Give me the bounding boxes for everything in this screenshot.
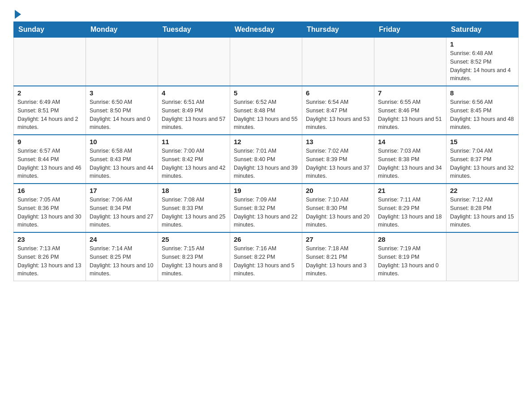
day-number: 17 (90, 187, 154, 194)
day-info: Sunrise: 7:15 AMSunset: 8:23 PMDaylight:… (162, 244, 226, 278)
day-info: Sunrise: 7:06 AMSunset: 8:34 PMDaylight:… (90, 196, 154, 229)
calendar-day-header: Friday (374, 22, 446, 38)
page-header (13, 9, 519, 17)
calendar-cell: 16Sunrise: 7:05 AMSunset: 8:36 PMDayligh… (14, 184, 86, 232)
day-info: Sunrise: 6:58 AMSunset: 8:43 PMDaylight:… (90, 147, 154, 180)
calendar-cell (446, 232, 519, 281)
calendar-cell (230, 38, 302, 86)
day-number: 4 (162, 89, 226, 97)
calendar-cell: 4Sunrise: 6:51 AMSunset: 8:49 PMDaylight… (158, 86, 230, 135)
calendar-cell: 17Sunrise: 7:06 AMSunset: 8:34 PMDayligh… (86, 184, 158, 232)
day-info: Sunrise: 7:00 AMSunset: 8:42 PMDaylight:… (162, 147, 226, 180)
calendar-week-row: 9Sunrise: 6:57 AMSunset: 8:44 PMDaylight… (14, 135, 519, 184)
day-info: Sunrise: 6:51 AMSunset: 8:49 PMDaylight:… (162, 98, 226, 132)
logo-arrow-icon (15, 10, 21, 19)
day-number: 25 (162, 235, 226, 243)
calendar-cell: 7Sunrise: 6:55 AMSunset: 8:46 PMDaylight… (374, 86, 446, 135)
calendar-cell: 9Sunrise: 6:57 AMSunset: 8:44 PMDaylight… (14, 135, 86, 184)
day-info: Sunrise: 6:52 AMSunset: 8:48 PMDaylight:… (234, 98, 298, 132)
day-number: 28 (378, 235, 442, 243)
day-number: 3 (90, 89, 154, 97)
calendar-cell: 27Sunrise: 7:18 AMSunset: 8:21 PMDayligh… (302, 232, 374, 281)
day-info: Sunrise: 6:56 AMSunset: 8:45 PMDaylight:… (450, 98, 515, 132)
day-info: Sunrise: 6:54 AMSunset: 8:47 PMDaylight:… (306, 98, 370, 132)
calendar-cell: 22Sunrise: 7:12 AMSunset: 8:28 PMDayligh… (446, 184, 519, 232)
day-number: 13 (306, 138, 370, 146)
calendar-cell (158, 38, 230, 86)
day-info: Sunrise: 7:10 AMSunset: 8:30 PMDaylight:… (306, 196, 370, 229)
day-number: 24 (90, 235, 154, 243)
day-info: Sunrise: 7:08 AMSunset: 8:33 PMDaylight:… (162, 196, 226, 229)
calendar-cell: 8Sunrise: 6:56 AMSunset: 8:45 PMDaylight… (446, 86, 519, 135)
calendar-cell: 26Sunrise: 7:16 AMSunset: 8:22 PMDayligh… (230, 232, 302, 281)
day-number: 1 (450, 40, 515, 48)
calendar-week-row: 2Sunrise: 6:49 AMSunset: 8:51 PMDaylight… (14, 86, 519, 135)
day-info: Sunrise: 7:04 AMSunset: 8:37 PMDaylight:… (450, 147, 515, 180)
day-info: Sunrise: 7:11 AMSunset: 8:29 PMDaylight:… (378, 196, 442, 229)
day-number: 23 (17, 235, 82, 243)
calendar-day-header: Saturday (446, 22, 519, 38)
calendar-cell: 20Sunrise: 7:10 AMSunset: 8:30 PMDayligh… (302, 184, 374, 232)
day-info: Sunrise: 6:49 AMSunset: 8:51 PMDaylight:… (17, 98, 82, 132)
calendar-cell: 12Sunrise: 7:01 AMSunset: 8:40 PMDayligh… (230, 135, 302, 184)
day-number: 7 (378, 89, 442, 97)
calendar-cell: 24Sunrise: 7:14 AMSunset: 8:25 PMDayligh… (86, 232, 158, 281)
calendar-cell: 19Sunrise: 7:09 AMSunset: 8:32 PMDayligh… (230, 184, 302, 232)
calendar-cell: 21Sunrise: 7:11 AMSunset: 8:29 PMDayligh… (374, 184, 446, 232)
calendar-cell: 2Sunrise: 6:49 AMSunset: 8:51 PMDaylight… (14, 86, 86, 135)
day-number: 14 (378, 138, 442, 146)
calendar-cell (86, 38, 158, 86)
day-info: Sunrise: 7:19 AMSunset: 8:19 PMDaylight:… (378, 244, 442, 278)
calendar-cell: 10Sunrise: 6:58 AMSunset: 8:43 PMDayligh… (86, 135, 158, 184)
calendar-cell: 6Sunrise: 6:54 AMSunset: 8:47 PMDaylight… (302, 86, 374, 135)
calendar-week-row: 16Sunrise: 7:05 AMSunset: 8:36 PMDayligh… (14, 184, 519, 232)
calendar-week-row: 23Sunrise: 7:13 AMSunset: 8:26 PMDayligh… (14, 232, 519, 281)
calendar-cell: 18Sunrise: 7:08 AMSunset: 8:33 PMDayligh… (158, 184, 230, 232)
day-info: Sunrise: 7:05 AMSunset: 8:36 PMDaylight:… (17, 196, 82, 229)
calendar-cell: 1Sunrise: 6:48 AMSunset: 8:52 PMDaylight… (446, 38, 519, 86)
day-number: 27 (306, 235, 370, 243)
day-number: 12 (234, 138, 298, 146)
calendar-cell (14, 38, 86, 86)
calendar-cell: 25Sunrise: 7:15 AMSunset: 8:23 PMDayligh… (158, 232, 230, 281)
day-info: Sunrise: 7:18 AMSunset: 8:21 PMDaylight:… (306, 244, 370, 278)
calendar-week-row: 1Sunrise: 6:48 AMSunset: 8:52 PMDaylight… (14, 38, 519, 86)
day-number: 5 (234, 89, 298, 97)
calendar-cell: 15Sunrise: 7:04 AMSunset: 8:37 PMDayligh… (446, 135, 519, 184)
calendar-day-header: Tuesday (158, 22, 230, 38)
calendar-day-header: Sunday (14, 22, 86, 38)
day-info: Sunrise: 7:13 AMSunset: 8:26 PMDaylight:… (17, 244, 82, 278)
calendar-day-header: Monday (86, 22, 158, 38)
calendar-header-row: SundayMondayTuesdayWednesdayThursdayFrid… (14, 22, 519, 38)
day-info: Sunrise: 7:14 AMSunset: 8:25 PMDaylight:… (90, 244, 154, 278)
day-info: Sunrise: 7:12 AMSunset: 8:28 PMDaylight:… (450, 196, 515, 229)
day-info: Sunrise: 7:03 AMSunset: 8:38 PMDaylight:… (378, 147, 442, 180)
calendar-cell: 28Sunrise: 7:19 AMSunset: 8:19 PMDayligh… (374, 232, 446, 281)
calendar-cell: 13Sunrise: 7:02 AMSunset: 8:39 PMDayligh… (302, 135, 374, 184)
calendar-table: SundayMondayTuesdayWednesdayThursdayFrid… (13, 21, 519, 281)
day-number: 11 (162, 138, 226, 146)
day-info: Sunrise: 7:09 AMSunset: 8:32 PMDaylight:… (234, 196, 298, 229)
day-number: 15 (450, 138, 515, 146)
calendar-cell (302, 38, 374, 86)
day-number: 26 (234, 235, 298, 243)
day-info: Sunrise: 7:01 AMSunset: 8:40 PMDaylight:… (234, 147, 298, 180)
day-number: 22 (450, 187, 515, 194)
day-number: 10 (90, 138, 154, 146)
logo (13, 9, 21, 17)
calendar-cell: 5Sunrise: 6:52 AMSunset: 8:48 PMDaylight… (230, 86, 302, 135)
calendar-cell: 11Sunrise: 7:00 AMSunset: 8:42 PMDayligh… (158, 135, 230, 184)
day-info: Sunrise: 7:16 AMSunset: 8:22 PMDaylight:… (234, 244, 298, 278)
day-number: 9 (17, 138, 82, 146)
day-info: Sunrise: 6:50 AMSunset: 8:50 PMDaylight:… (90, 98, 154, 132)
calendar-cell: 23Sunrise: 7:13 AMSunset: 8:26 PMDayligh… (14, 232, 86, 281)
day-info: Sunrise: 6:48 AMSunset: 8:52 PMDaylight:… (450, 49, 515, 83)
day-info: Sunrise: 6:55 AMSunset: 8:46 PMDaylight:… (378, 98, 442, 132)
day-number: 19 (234, 187, 298, 194)
calendar-cell: 3Sunrise: 6:50 AMSunset: 8:50 PMDaylight… (86, 86, 158, 135)
calendar-day-header: Thursday (302, 22, 374, 38)
day-number: 21 (378, 187, 442, 194)
day-number: 8 (450, 89, 515, 97)
calendar-cell (374, 38, 446, 86)
day-number: 6 (306, 89, 370, 97)
